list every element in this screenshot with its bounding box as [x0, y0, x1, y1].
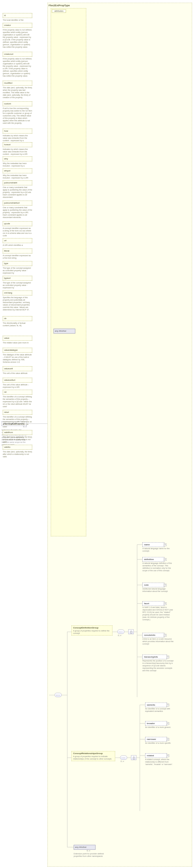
connector [62, 695, 67, 695]
elem-label: sameAs [147, 704, 155, 706]
attr-desc: One or many constraints that apply to pu… [3, 206, 32, 219]
attr-desc: A URI which identifies a [3, 244, 32, 246]
elem-note: note+ [142, 583, 164, 587]
connector [127, 757, 131, 758]
expand-icon[interactable]: + [166, 722, 169, 725]
attr-desc: A concept identifier expressed as a free… [3, 254, 32, 259]
expand-icon[interactable]: + [166, 704, 169, 706]
attr-desc: The unit of the value attribute – expres… [3, 383, 32, 389]
attr-id: id The local identifier of the [3, 13, 32, 21]
attr-name: whyuri [3, 168, 32, 173]
attr-literal: literal A concept identifier expressed a… [3, 249, 32, 259]
elem-label: facet [144, 602, 149, 605]
attr-name: id [3, 13, 32, 18]
expand-icon[interactable]: + [166, 656, 169, 658]
connector [136, 757, 140, 758]
connector [134, 632, 137, 632]
group-title: ConceptRelationshipsGroup [73, 752, 113, 755]
attr-desc: The type of the concept assigned as cont… [3, 281, 32, 289]
attr-validto: validto The date (and, optionally, the t… [3, 445, 32, 458]
attr-desc: One or many constraints that apply to pu… [3, 186, 32, 198]
attr-creator: creator If the property value is not def… [3, 23, 32, 48]
attr-desc: If set to true the corresponding propert… [3, 107, 32, 124]
attributes-group: attributes [51, 8, 86, 536]
attr-name: pubconstraint [3, 180, 32, 185]
elem-label: definition [144, 558, 154, 561]
attr-whyuri: whyuri Why the metadata has been include… [3, 168, 32, 179]
attr-reluri: reluri The identifier of a concept defin… [3, 410, 32, 428]
expand-icon[interactable]: + [166, 754, 169, 757]
attr-custom: custom If set to true the corresponding … [3, 101, 32, 124]
attr-desc: Indicates by which means the value was e… [3, 148, 32, 155]
group-concept-definition: ConceptDefinitionGroup A group of proper… [72, 625, 112, 636]
elem-desc: An identifier of a more generic [145, 726, 176, 728]
attr-valuedatatype: valuedatatype The datatype of the value … [3, 348, 32, 363]
attr-name: rel [3, 390, 32, 395]
expand-icon[interactable]: + [164, 602, 166, 605]
elem-related: related+ [145, 753, 167, 758]
elem-desc: In NAR 1.8 and later, facet is deprecate… [142, 606, 174, 621]
attr-xml-lang: xml:lang Specifies the language of this … [3, 290, 32, 311]
attr-desc: The date (and, optionally, the time) whe… [3, 86, 32, 99]
occurrence-label: 0..∞ [118, 634, 121, 637]
type-title: Flex2ExtPropType [49, 4, 70, 7]
sequence-compositor [120, 755, 127, 760]
attr-name: validfrom [3, 430, 32, 435]
attr-why: why Why the metadata has been included -… [3, 156, 32, 167]
connector [140, 755, 145, 756]
attr-name: modified [3, 81, 32, 86]
connector [137, 657, 142, 657]
attr-desc: The type of the concept assigned as cont… [3, 267, 32, 274]
attr-name: how [3, 129, 32, 133]
elem-label: hierarchyInfo [144, 656, 158, 658]
elem-desc: Additional natural language information … [142, 588, 174, 592]
elem-hierarchyinfo: hierarchyInfo+ [142, 655, 167, 659]
connector [67, 847, 74, 847]
attr-any-other: any ##other [54, 329, 75, 334]
expand-icon[interactable]: + [164, 558, 166, 561]
connector [112, 632, 117, 632]
connector [67, 757, 72, 758]
attr-name: reluri [3, 410, 32, 415]
attr-desc: Indicates by which means the value was e… [3, 134, 32, 142]
occurrence-label: 0..∞ [120, 761, 124, 762]
group-desc: A group of properties required to define… [73, 629, 111, 634]
attr-desc: If the property value is not defined, sp… [3, 29, 32, 48]
connector [137, 545, 142, 545]
attr-how: how Indicates by which means the value w… [3, 129, 32, 142]
connector [137, 635, 142, 635]
elem-desc: Extension point for provider-defined pro… [74, 852, 112, 857]
expand-icon[interactable]: + [166, 738, 169, 741]
attr-value: value The related value (see more in [3, 336, 32, 344]
elem-facet: facet+ [142, 601, 164, 606]
attr-desc: The identifier of a concept defining the… [3, 415, 32, 428]
expand-icon[interactable]: + [164, 634, 166, 637]
attr-rel: rel The identifier of a concept defining… [3, 390, 32, 408]
attr-desc: The date (and, optionally, the time) aft… [3, 451, 32, 458]
connector [49, 695, 55, 695]
expand-icon[interactable]: + [164, 544, 166, 546]
attr-name: howuri [3, 142, 32, 147]
attr-uri: uri A URI which identifies a [3, 238, 32, 246]
attr-name: typeuri [3, 276, 32, 281]
attr-desc: A concept identifier expressed as a stri… [3, 227, 32, 237]
attr-name: custom [3, 101, 32, 106]
elem-desc: A link to an item or a web resource whic… [142, 638, 174, 645]
connector [67, 632, 67, 847]
elem-narrower: narrower+ [145, 737, 167, 742]
attr-desc: The identifier of a concept defining the… [3, 396, 32, 408]
elem-label: remoteInfo [144, 634, 155, 637]
elem-sameas: sameAs+ [145, 703, 167, 707]
elem-remoteinfo: remoteInfo+ [142, 633, 164, 638]
expand-icon[interactable]: + [164, 584, 166, 587]
attr-dir: dir The directionality of textual conten… [3, 316, 32, 327]
diagram-canvas: Flex2ExtPropType planningExtProperty 0..… [0, 0, 194, 868]
attr-name: pubconstrainturi [3, 200, 32, 206]
attr-name: uri [3, 238, 32, 243]
choice-compositor [128, 629, 134, 634]
elem-desc: An identifier of a concept with equivale… [145, 708, 176, 712]
elem-broader: broader+ [145, 721, 167, 726]
elem-name: name+ [142, 542, 164, 547]
attr-creatoruri: creatoruri If the property value is not … [3, 52, 32, 77]
attr-desc: The local identifier of the [3, 19, 32, 21]
